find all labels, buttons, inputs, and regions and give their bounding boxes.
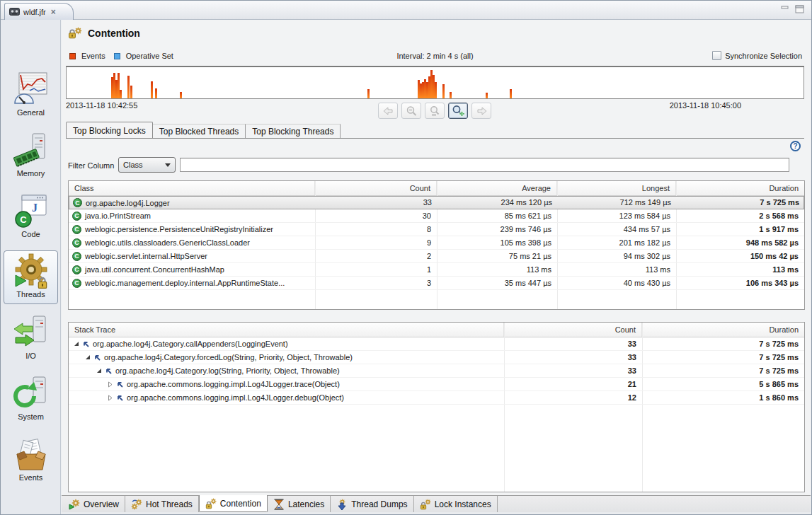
class-icon: C bbox=[72, 238, 81, 248]
tree-expanded-icon[interactable] bbox=[84, 354, 91, 360]
page-tab-latencies[interactable]: Latencies bbox=[268, 496, 331, 512]
tree-row[interactable]: org.apache.log4j.Category.forcedLog(Stri… bbox=[69, 351, 804, 364]
class-icon: C bbox=[72, 252, 81, 261]
tab-top-blocked-threads[interactable]: Top Blocked Threads bbox=[153, 124, 246, 139]
timeline-bar bbox=[486, 93, 488, 98]
flight-recording-icon bbox=[9, 8, 20, 16]
tab-top-blocking-locks[interactable]: Top Blocking Locks bbox=[66, 122, 153, 139]
svg-text:J: J bbox=[32, 202, 38, 214]
timeline-bar bbox=[120, 90, 122, 98]
code-icon: J C bbox=[13, 192, 50, 229]
thread-dumps-icon bbox=[336, 499, 348, 510]
tree-row[interactable]: org.apache.commons.logging.impl.Log4JLog… bbox=[69, 391, 804, 405]
pan-left-button[interactable] bbox=[378, 103, 398, 119]
synchronize-selection[interactable]: Synchronize Selection bbox=[712, 51, 802, 60]
event-timeline-chart[interactable] bbox=[66, 66, 804, 99]
zoom-selection-button[interactable] bbox=[425, 103, 445, 119]
column-header-duration[interactable]: Duration bbox=[642, 323, 804, 337]
system-icon bbox=[13, 375, 50, 412]
sidebar-item-memory[interactable]: Memory bbox=[4, 130, 58, 178]
zoom-in-button[interactable] bbox=[448, 103, 468, 119]
blocking-locks-table: Class Count Average Longest Duration Cor… bbox=[68, 180, 805, 310]
tree-expanded-icon[interactable] bbox=[73, 341, 79, 347]
class-icon: C bbox=[72, 225, 81, 234]
page-tabbar: Overview Hot Threads Contention bbox=[62, 495, 811, 512]
status-strip bbox=[62, 512, 811, 514]
tree-collapsed-icon[interactable] bbox=[107, 395, 113, 401]
chevron-down-icon bbox=[165, 163, 171, 167]
page-tab-thread-dumps[interactable]: Thread Dumps bbox=[331, 496, 413, 512]
stack-frame-icon bbox=[116, 381, 124, 388]
page-tab-overview[interactable]: Overview bbox=[63, 496, 125, 512]
latencies-icon bbox=[273, 499, 285, 510]
class-icon: C bbox=[72, 265, 81, 274]
stack-frame-icon bbox=[105, 367, 113, 375]
column-header-class[interactable]: Class bbox=[69, 181, 315, 195]
table-row[interactable]: Corg.apache.log4j.Logger 33 234 ms 120 µ… bbox=[69, 196, 804, 209]
zoom-selection-icon bbox=[429, 105, 441, 117]
sidebar-item-io[interactable]: I/O bbox=[4, 313, 58, 360]
sidebar-item-label: Threads bbox=[4, 290, 57, 299]
general-icon bbox=[13, 71, 50, 108]
zoom-out-icon bbox=[406, 105, 418, 117]
column-header-average[interactable]: Average bbox=[437, 181, 557, 195]
page-tab-contention[interactable]: Contention bbox=[199, 495, 268, 512]
filter-column-dropdown[interactable]: Class bbox=[118, 157, 176, 173]
contention-lock-gear-icon bbox=[68, 27, 82, 39]
table-row[interactable]: Cweblogic.persistence.PersistenceUnitReg… bbox=[69, 223, 804, 236]
zoom-in-icon bbox=[452, 105, 464, 117]
tab-top-blocking-threads[interactable]: Top Blocking Threads bbox=[246, 124, 341, 139]
table-row[interactable]: Cjava.io.PrintStream 30 85 ms 621 µs 123… bbox=[69, 209, 804, 223]
sidebar-item-system[interactable]: System bbox=[4, 374, 58, 421]
filter-text-input[interactable] bbox=[180, 158, 789, 172]
lock-instances-icon bbox=[420, 499, 431, 510]
timeline-bar bbox=[130, 86, 132, 98]
sidebar-item-events[interactable]: Events bbox=[4, 434, 58, 482]
minimize-icon[interactable] bbox=[781, 6, 789, 13]
contention-icon bbox=[205, 498, 217, 509]
synchronize-selection-checkbox[interactable] bbox=[712, 51, 721, 60]
overview-icon bbox=[69, 499, 80, 510]
timeline-bar bbox=[442, 84, 445, 98]
timeline-bar bbox=[367, 89, 370, 98]
table-row[interactable]: Cweblogic.utils.classloaders.GenericClas… bbox=[69, 236, 804, 250]
view-tabs: Top Blocking Locks Top Blocked Threads T… bbox=[66, 122, 341, 139]
timeline-bar bbox=[435, 82, 437, 98]
editor-tab-wldf[interactable]: wldf.jfr × bbox=[4, 3, 74, 20]
column-header-longest[interactable]: Longest bbox=[557, 181, 676, 195]
filter-column-selected: Class bbox=[123, 161, 165, 169]
timeline-bar bbox=[127, 76, 130, 98]
column-header-stack-trace[interactable]: Stack Trace bbox=[69, 323, 504, 337]
close-icon[interactable]: × bbox=[51, 7, 56, 17]
timeline-start-time: 2013-11-18 10:42:55 bbox=[66, 101, 137, 110]
timeline-bar bbox=[450, 92, 452, 98]
tree-collapsed-icon[interactable] bbox=[107, 381, 113, 388]
sidebar-item-general[interactable]: General bbox=[4, 69, 58, 117]
class-icon: C bbox=[72, 279, 81, 288]
contention-page: Contention Events Operative Set Interval… bbox=[62, 20, 811, 514]
page-tab-lock-instances[interactable]: Lock Instances bbox=[414, 496, 498, 512]
table-row[interactable]: Cweblogic.management.deploy.internal.App… bbox=[69, 277, 804, 290]
tree-row[interactable]: org.apache.commons.logging.impl.Log4JLog… bbox=[69, 378, 804, 391]
column-header-duration[interactable]: Duration bbox=[676, 181, 804, 195]
locks-table-body: Corg.apache.log4j.Logger 33 234 ms 120 µ… bbox=[69, 196, 804, 290]
timeline-bar bbox=[155, 88, 157, 98]
zoom-out-button[interactable] bbox=[401, 103, 421, 119]
tree-expanded-icon[interactable] bbox=[96, 368, 102, 374]
tree-row[interactable]: org.apache.log4j.Category.log(String, Pr… bbox=[69, 364, 804, 378]
table-row[interactable]: Cjava.util.concurrent.ConcurrentHashMap … bbox=[69, 263, 804, 277]
hot-threads-icon bbox=[131, 499, 142, 510]
column-header-count[interactable]: Count bbox=[315, 181, 437, 195]
maximize-icon[interactable] bbox=[795, 5, 804, 13]
help-icon[interactable]: ? bbox=[790, 141, 801, 151]
class-icon: C bbox=[72, 212, 81, 221]
sidebar-item-label: System bbox=[4, 412, 58, 421]
sidebar-item-code[interactable]: J C Code bbox=[4, 191, 58, 238]
editor-tabbar: wldf.jfr × bbox=[1, 1, 811, 20]
sidebar-item-threads[interactable]: Threads bbox=[4, 250, 58, 304]
tree-row[interactable]: org.apache.log4j.Category.callAppenders(… bbox=[69, 337, 804, 351]
page-tab-hot-threads[interactable]: Hot Threads bbox=[125, 496, 199, 512]
table-row[interactable]: Cweblogic.servlet.internal.HttpServer 2 … bbox=[69, 250, 804, 263]
column-header-count[interactable]: Count bbox=[504, 323, 642, 337]
pan-right-button[interactable] bbox=[471, 103, 491, 119]
